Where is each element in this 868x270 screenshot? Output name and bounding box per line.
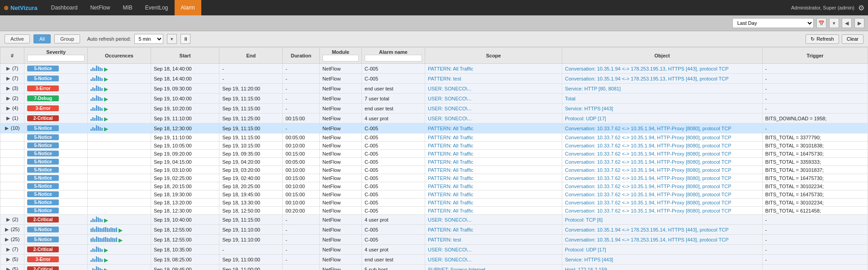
row-hash: ▶ (5) [0, 255, 24, 265]
row-end: - [219, 245, 283, 255]
table-row[interactable]: ▶ (2) 7-Debug ▶ Sep 19, 10:40:00 Sep 19,… [0, 94, 868, 104]
nav-dashboard[interactable]: Dashboard [45, 0, 84, 15]
row-alarm-name: C-005 [362, 64, 425, 74]
row-module: NetFlow [319, 104, 361, 114]
play-icon: ▶ [104, 86, 108, 92]
row-object: Total [562, 94, 762, 104]
next-time-icon[interactable]: ▶ [854, 18, 864, 28]
row-occurrences: ▶ [88, 123, 151, 133]
table-row[interactable]: ▶ (4) 3-Error ▶ Sep 19, 10:20:00 Sep 19,… [0, 104, 868, 114]
table-row[interactable]: 5-Notice Sep 19, 10:05:00 Sep 19, 10:15:… [0, 142, 868, 150]
table-row[interactable]: ▶ (2) 2-Critical ▶ Sep 19, 10:40:00 Sep … [0, 215, 868, 225]
row-end: Sep 19, 02:40:00 [219, 174, 283, 182]
expand-icon[interactable]: ▶ [6, 95, 10, 101]
refresh-dropdown-icon[interactable]: ▾ [167, 34, 177, 44]
row-hash [0, 166, 24, 174]
all-filter-btn[interactable]: All [33, 34, 51, 43]
nav-alarm[interactable]: Alarm [175, 0, 201, 15]
row-occurrences [88, 158, 151, 166]
table-row[interactable]: 5-Notice Sep 18, 19:30:00 Sep 18, 19:45:… [0, 190, 868, 199]
prev-time-icon[interactable]: ◀ [842, 18, 852, 28]
row-start: Sep 19, 04:15:00 [151, 158, 219, 166]
row-hash: ▶ (3) [0, 84, 24, 94]
severity-badge: 5-Notice [27, 175, 59, 181]
row-occurrences: ▶ [88, 104, 151, 114]
refresh-period-select[interactable]: 5 min 1 min 10 min [134, 34, 163, 44]
table-row[interactable]: ▶ (25) 5-Notice ▶ Sep 18, 12:55:00 Sep 1… [0, 235, 868, 245]
severity-badge: 5-Notice [27, 134, 59, 140]
row-severity: 5-Notice [24, 174, 88, 182]
table-row[interactable]: 5-Notice Sep 19, 03:10:00 Sep 19, 03:20:… [0, 166, 868, 174]
table-row[interactable]: ▶ (25) 5-Notice ▶ Sep 18, 12:55:00 Sep 1… [0, 225, 868, 235]
expand-icon[interactable]: ▶ [6, 76, 10, 81]
row-severity: 3-Error [24, 104, 88, 114]
expand-icon[interactable]: ▶ [5, 227, 9, 232]
table-row[interactable]: 5-Notice Sep 19, 09:20:00 Sep 19, 09:35:… [0, 150, 868, 158]
table-row[interactable]: 5-Notice Sep 18, 20:15:00 Sep 18, 20:25:… [0, 182, 868, 190]
calendar-icon[interactable]: 📅 [816, 18, 826, 28]
expand-icon[interactable]: ▶ [6, 266, 10, 270]
row-object: Service: HTTP [80, 8081] [562, 84, 762, 94]
table-row[interactable]: 5-Notice Sep 18, 13:20:00 Sep 18, 13:30:… [0, 199, 868, 207]
table-row[interactable]: ▶ (5) 3-Error ▶ Sep 19, 08:25:00 Sep 19,… [0, 255, 868, 265]
table-row[interactable]: 5-Notice Sep 19, 04:15:00 Sep 19, 04:20:… [0, 158, 868, 166]
expand-icon[interactable]: ▶ [6, 256, 10, 262]
expand-icon[interactable]: ▶ [6, 66, 10, 71]
module-filter-input[interactable] [323, 55, 359, 62]
row-hash: ▶ (1) [0, 114, 24, 123]
play-icon: ▶ [104, 126, 108, 132]
row-duration: - [283, 104, 320, 114]
row-trigger: - [762, 74, 868, 84]
row-alarm-name: 4 user prot [362, 215, 425, 225]
group-filter-btn[interactable]: Group [54, 34, 80, 43]
row-object: Conversation: 10.33.7.62 <-> 10.35.1.94,… [562, 166, 762, 174]
expand-icon[interactable]: ▶ [6, 105, 10, 111]
refresh-button[interactable]: ↻ Refresh [806, 34, 839, 44]
row-end: Sep 18, 19:45:00 [219, 190, 283, 199]
row-object: Conversation: 10.33.7.62 <-> 10.35.1.94,… [562, 150, 762, 158]
expand-icon[interactable]: ▶ [5, 125, 9, 131]
table-row[interactable]: ▶ (3) 3-Error ▶ Sep 19, 09:30:00 Sep 19,… [0, 84, 868, 94]
table-row[interactable]: ▶ (5) 2-Critical ▶ Sep 19, 09:45:00 Sep … [0, 265, 868, 270]
row-alarm-name: C-005 [362, 199, 425, 207]
expand-icon[interactable]: ▶ [6, 217, 10, 222]
clear-button[interactable]: Clear [842, 34, 863, 44]
nav-eventlog[interactable]: EventLog [139, 0, 175, 15]
row-duration: 00:15:00 [283, 174, 320, 182]
table-row[interactable]: ▶ (7) 2-Critical ▶ Sep 18, 10:35:00 - - … [0, 245, 868, 255]
row-severity: 2-Critical [24, 245, 88, 255]
th-trigger: Trigger [762, 47, 868, 64]
table-row[interactable]: ▶ (7) 5-Notice ▶ Sep 18, 14:40:00 - - Ne… [0, 64, 868, 74]
row-trigger: BITS_TOTAL = 30102234; [762, 182, 868, 190]
row-module: NetFlow [319, 166, 361, 174]
row-hash [0, 142, 24, 150]
alarm-filter-input[interactable] [365, 55, 422, 62]
row-scope: PATTERN: All Traffic [425, 174, 562, 182]
table-row[interactable]: 5-Notice Sep 19, 02:25:00 Sep 19, 02:40:… [0, 174, 868, 182]
chevron-down-icon[interactable]: ▾ [829, 18, 839, 28]
active-filter-btn[interactable]: Active [5, 34, 30, 43]
expand-icon[interactable]: ▶ [6, 246, 10, 252]
row-scope: USER: SONECO\... [425, 94, 562, 104]
table-row[interactable]: 5-Notice Sep 18, 12:30:00 Sep 18, 12:50:… [0, 207, 868, 215]
nav-netflow[interactable]: NetFlow [84, 0, 116, 15]
row-start: Sep 19, 08:25:00 [151, 255, 219, 265]
time-range-select[interactable]: Last Hour Last Day Last Week Last Month [732, 18, 814, 28]
expand-icon[interactable]: ▶ [5, 237, 9, 242]
pause-refresh-btn[interactable]: ⏸ [180, 34, 190, 44]
expand-icon[interactable]: ▶ [6, 115, 10, 121]
severity-badge: 5-Notice [27, 237, 59, 242]
table-row[interactable]: ▶ (1) 2-Critical ▶ Sep 19, 11:10:00 Sep … [0, 114, 868, 123]
settings-icon[interactable]: ⚙ [858, 4, 864, 12]
row-occurrences: ▶ [88, 114, 151, 123]
row-hash [0, 158, 24, 166]
severity-filter-input[interactable] [27, 55, 85, 62]
row-hash: ▶ (25) [0, 225, 24, 235]
table-row[interactable]: ▶ (7) 5-Notice ▶ Sep 18, 14:40:00 - - Ne… [0, 74, 868, 84]
severity-badge: 5-Notice [27, 183, 59, 189]
nav-mib[interactable]: MIB [116, 0, 138, 15]
row-module: NetFlow [319, 64, 361, 74]
expand-icon[interactable]: ▶ [6, 85, 10, 91]
table-row[interactable]: ▶ (10) 5-Notice ▶ Sep 18, 12:30:00 Sep 1… [0, 123, 868, 133]
table-row[interactable]: 5-Notice Sep 19, 11:10:00 Sep 19, 11:15:… [0, 133, 868, 142]
